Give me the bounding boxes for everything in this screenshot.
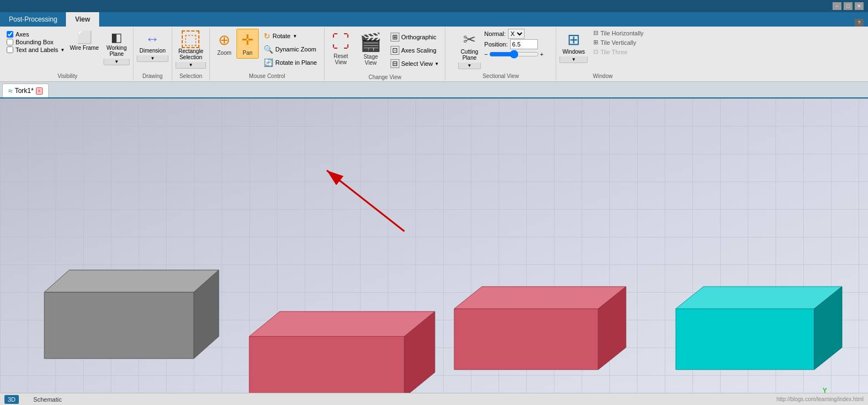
- change-view-group-label: Change View: [368, 72, 401, 80]
- visibility-group-label: Visibility: [58, 71, 78, 79]
- grid-overlay: [0, 98, 868, 393]
- selection-content: ⬚ RectangleSelection ▼: [176, 29, 206, 71]
- working-plane-splitbtn[interactable]: ◧ WorkingPlane ▼: [104, 29, 130, 65]
- orthographic-label: Orthographic: [401, 34, 436, 40]
- visibility-buttons: ⬜ Wire Frame ◧ WorkingPlane ▼: [67, 29, 130, 65]
- rotate-dropdown-icon[interactable]: ▼: [292, 34, 297, 39]
- pan-label: Pan: [243, 50, 253, 56]
- stage-view-icon: 🎬: [359, 32, 382, 53]
- wireframe-button[interactable]: ⬜ Wire Frame: [67, 29, 101, 53]
- reset-view-button[interactable]: ⛶ ResetView: [328, 29, 353, 68]
- maximize-button[interactable]: □: [844, 2, 852, 10]
- visibility-checks: Axes Bounding Box Text and Labels ▼: [6, 29, 66, 55]
- working-plane-button[interactable]: ◧ WorkingPlane: [104, 29, 130, 59]
- help-button[interactable]: ?: [855, 19, 864, 27]
- axes-scaling-label: Axes Scaling: [401, 47, 436, 54]
- sectional-view-group-label: Sectional View: [482, 71, 518, 79]
- tile-three-icon: ⊡: [593, 48, 598, 55]
- wireframe-label: Wire Frame: [70, 45, 99, 51]
- text-labels-checkbox-item[interactable]: Text and Labels ▼: [7, 46, 65, 53]
- axes-scaling-button[interactable]: ⊡ Axes Scaling: [388, 44, 441, 56]
- ribbon-group-selection: ⬚ RectangleSelection ▼ Selection: [172, 28, 210, 80]
- sectional-view-content: ✂ CuttingPlane ▼ Normal: XYZ Position:: [458, 29, 544, 71]
- rect-selection-dropdown[interactable]: ▼: [176, 62, 206, 69]
- axes-checkbox-item[interactable]: Axes: [7, 31, 65, 38]
- rotate-button[interactable]: ↻ Rotate ▼: [260, 30, 321, 42]
- document-tabs: ≈ Tork1* ×: [0, 82, 868, 98]
- pan-button[interactable]: ✛ Pan: [237, 29, 259, 59]
- tile-three-option[interactable]: ⊡ Tile Three: [591, 48, 646, 56]
- zoom-label: Zoom: [217, 50, 232, 56]
- status-bar: 3D Schematic http://blogs.com/learning/i…: [0, 393, 868, 405]
- rect-selection-icon: ⬚: [182, 30, 199, 48]
- orthographic-icon: ⊞: [391, 33, 399, 41]
- text-labels-label: Text and Labels: [16, 46, 58, 53]
- cutting-plane-label: CuttingPlane: [461, 49, 479, 61]
- axes-checkbox[interactable]: [7, 31, 13, 38]
- normal-select[interactable]: XYZ: [508, 29, 525, 39]
- normal-label: Normal:: [484, 30, 506, 37]
- mouse-control-group-label: Mouse Control: [249, 71, 285, 79]
- tile-vertically-option[interactable]: ⊞ Tile Vertically: [591, 38, 646, 46]
- cutting-plane-splitbtn[interactable]: ✂ CuttingPlane ▼: [458, 29, 481, 69]
- text-labels-dropdown-icon[interactable]: ▼: [60, 48, 65, 53]
- zoom-button[interactable]: ⊕ Zoom: [213, 29, 235, 59]
- dimension-dropdown[interactable]: ▼: [137, 55, 168, 62]
- window-group-label: Window: [593, 71, 613, 79]
- position-slider[interactable]: [489, 50, 539, 59]
- windows-dropdown[interactable]: ▼: [559, 56, 588, 63]
- windows-splitbtn[interactable]: ⊞ Windows ▼: [559, 29, 588, 63]
- normal-row: Normal: XYZ: [484, 29, 543, 39]
- close-button[interactable]: ✕: [855, 2, 864, 10]
- zoom-icon: ⊕: [218, 32, 230, 49]
- bounding-box-label: Bounding Box: [16, 39, 54, 45]
- rect-selection-button[interactable]: ⬚ RectangleSelection: [176, 29, 206, 62]
- mouse-control-stack: ↻ Rotate ▼ 🔍 Dynamic Zoom 🔄 Rotate in Pl…: [260, 29, 321, 70]
- doc-tab-tork[interactable]: ≈ Tork1* ×: [2, 84, 49, 97]
- minimize-button[interactable]: −: [833, 2, 841, 10]
- tab-post-processing[interactable]: Post-Processing: [0, 12, 66, 27]
- rotate-icon: ↻: [264, 32, 270, 40]
- position-input[interactable]: [510, 39, 538, 49]
- visibility-content: Axes Bounding Box Text and Labels ▼ ⬜ Wi…: [6, 29, 130, 71]
- axes-label: Axes: [16, 31, 29, 38]
- ribbon-toolbar: Axes Bounding Box Text and Labels ▼ ⬜ Wi…: [0, 27, 868, 82]
- select-view-button[interactable]: ⊟ Select View ▼: [388, 58, 441, 70]
- dimension-splitbtn[interactable]: ↔ Dimension ▼: [137, 29, 168, 62]
- orthographic-button[interactable]: ⊞ Orthographic: [388, 31, 441, 43]
- stage-view-button[interactable]: 🎬 StageView: [356, 29, 386, 69]
- windows-button[interactable]: ⊞ Windows: [559, 29, 588, 56]
- doc-tab-close[interactable]: ×: [36, 87, 43, 95]
- tile-horizontally-option[interactable]: ⊟ Tile Horizontally: [591, 29, 646, 37]
- doc-tab-name: Tork1*: [15, 87, 34, 95]
- cutting-plane-dropdown[interactable]: ▼: [458, 63, 481, 69]
- viewport: Y x Z: [0, 98, 868, 393]
- select-view-dropdown-icon[interactable]: ▼: [435, 61, 439, 66]
- drawing-group-label: Drawing: [142, 71, 163, 79]
- status-3d[interactable]: 3D: [4, 395, 19, 404]
- dynamic-zoom-button[interactable]: 🔍 Dynamic Zoom: [260, 43, 321, 55]
- tab-view[interactable]: View: [66, 12, 99, 27]
- ribbon-group-sectional-view: ✂ CuttingPlane ▼ Normal: XYZ Position:: [445, 28, 556, 80]
- rotate-label: Rotate: [273, 33, 290, 39]
- cutting-plane-button[interactable]: ✂ CuttingPlane: [458, 29, 481, 63]
- select-view-label: Select View: [401, 60, 433, 67]
- rect-selection-splitbtn[interactable]: ⬚ RectangleSelection ▼: [176, 29, 206, 69]
- dimension-button[interactable]: ↔ Dimension: [137, 29, 168, 55]
- title-bar: − □ ✕: [0, 0, 868, 12]
- rotate-in-plane-label: Rotate in Plane: [275, 59, 317, 66]
- bounding-box-checkbox-item[interactable]: Bounding Box: [7, 39, 65, 45]
- rotate-in-plane-button[interactable]: 🔄 Rotate in Plane: [260, 56, 321, 69]
- tile-v-icon: ⊞: [593, 39, 598, 46]
- slider-plus-label: +: [540, 51, 543, 58]
- wireframe-splitbtn[interactable]: ⬜ Wire Frame: [67, 29, 101, 53]
- text-labels-checkbox[interactable]: [7, 46, 13, 53]
- change-view-content: ⛶ ResetView 🎬 StageView ⊞ Orthographic ⊡…: [328, 29, 441, 72]
- working-plane-dropdown[interactable]: ▼: [104, 59, 130, 65]
- bounding-box-checkbox[interactable]: [7, 39, 13, 45]
- tile-h-icon: ⊟: [593, 29, 598, 37]
- status-schematic[interactable]: Schematic: [30, 395, 65, 404]
- ribbon-group-visibility: Axes Bounding Box Text and Labels ▼ ⬜ Wi…: [2, 28, 133, 80]
- dynamic-zoom-label: Dynamic Zoom: [275, 46, 316, 53]
- slider-minus-label: −: [484, 51, 487, 58]
